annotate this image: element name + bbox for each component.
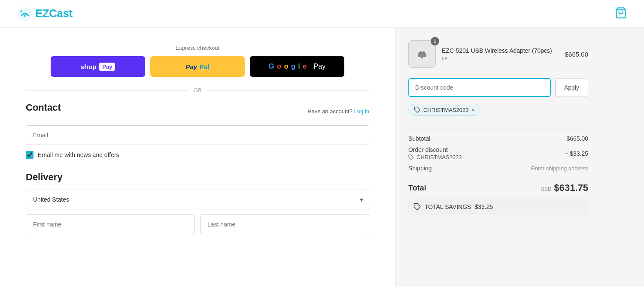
total-row: Total USD $631.75	[408, 182, 588, 193]
savings-label: TOTAL SAVINGS	[425, 203, 471, 210]
paypal-pal: Pal	[200, 63, 210, 70]
logo: e EZCast	[17, 6, 73, 21]
svg-text:e: e	[20, 9, 22, 13]
payment-buttons: shop Pay PayPal Google Pay	[26, 56, 369, 77]
last-name-input[interactable]	[200, 214, 369, 234]
svg-point-1	[24, 15, 26, 17]
shipping-label: Shipping	[408, 165, 432, 172]
discount-tag-icon	[408, 154, 414, 160]
shipping-row: Shipping Enter shipping address	[408, 165, 588, 172]
discount-code-input[interactable]	[408, 78, 551, 97]
logo-text: EZCast	[35, 7, 73, 20]
total-label: Total	[408, 184, 426, 193]
total-value: $631.75	[554, 182, 588, 193]
gpay-pay-text: Pay	[314, 63, 326, 70]
first-name-input[interactable]	[26, 214, 195, 234]
product-image-icon	[415, 47, 429, 61]
discount-value: − $33.25	[565, 150, 588, 157]
main-layout: Express checkout shop Pay PayPal Google …	[0, 27, 644, 287]
coupon-code-label: CHRISTMAS2023	[423, 107, 468, 113]
express-checkout-title: Express checkout	[26, 45, 369, 51]
express-checkout-section: Express checkout shop Pay PayPal Google …	[26, 45, 369, 77]
savings-tag-icon	[413, 203, 421, 211]
log-in-link[interactable]: Log in	[354, 108, 369, 115]
svg-rect-4	[418, 53, 426, 57]
product-price: $665.00	[565, 51, 588, 58]
shipping-value: Enter shipping address	[531, 165, 588, 172]
cart-icon	[615, 7, 627, 19]
cart-button[interactable]	[615, 7, 627, 20]
discount-code-applied-label: CHRISTMAS2023	[416, 154, 462, 160]
site-header: e EZCast	[0, 0, 644, 27]
quantity-badge: 1	[431, 37, 439, 45]
paypal-label: Pay	[185, 63, 197, 70]
newsletter-label[interactable]: Email me with news and offers	[38, 151, 119, 158]
subtotal-label: Subtotal	[408, 135, 430, 142]
or-divider: OR	[26, 87, 369, 94]
logo-icon: e	[17, 6, 33, 21]
svg-rect-5	[419, 51, 422, 53]
product-info: EZC-5201 USB Wireless Adapter (70pcs) us	[442, 47, 559, 61]
product-item: 1 EZC-5201 USB Wireless Adapter (70pcs) …	[408, 40, 588, 68]
product-name: EZC-5201 USB Wireless Adapter (70pcs)	[442, 47, 559, 54]
subtotal-row: Subtotal $665.00	[408, 135, 588, 142]
paypal-button[interactable]: PayPal	[150, 56, 245, 77]
svg-rect-7	[421, 57, 423, 58]
summary-divider	[408, 130, 588, 130]
discount-sub-label: CHRISTMAS2023	[408, 154, 462, 160]
contact-heading: Contact	[26, 102, 61, 113]
order-discount-label-col: Order discount CHRISTMAS2023	[408, 146, 462, 160]
total-divider	[408, 177, 588, 177]
coupon-remove-button[interactable]: ×	[471, 107, 475, 113]
first-name-group	[26, 214, 195, 234]
subtotal-value: $665.00	[566, 135, 588, 142]
savings-row: TOTAL SAVINGS $33.25	[408, 199, 588, 215]
tag-icon	[414, 106, 421, 113]
shop-pay-badge: Pay	[99, 63, 115, 71]
gpay-button[interactable]: Google Pay	[250, 56, 344, 77]
order-discount-row: Order discount CHRISTMAS2023 − $33.25	[408, 146, 588, 160]
order-discount-label: Order discount	[408, 146, 462, 153]
country-select-wrapper: United States ▾	[26, 190, 369, 209]
left-panel: Express checkout shop Pay PayPal Google …	[0, 27, 395, 287]
last-name-group	[200, 214, 369, 234]
coupon-tag: CHRISTMAS2023 ×	[408, 104, 480, 116]
svg-rect-6	[422, 51, 425, 53]
discount-row: Apply	[408, 78, 588, 97]
savings-value: $33.25	[474, 203, 493, 210]
country-select[interactable]: United States	[26, 190, 369, 209]
newsletter-checkbox[interactable]	[26, 151, 33, 159]
delivery-section: Delivery United States ▾	[26, 172, 369, 234]
total-currency: USD	[541, 186, 551, 192]
shop-pay-label: shop	[81, 63, 97, 70]
product-thumb-wrap: 1	[408, 40, 436, 68]
email-input[interactable]	[26, 125, 369, 145]
total-amount: USD $631.75	[541, 182, 588, 193]
contact-section: Contact Have an account? Log in Email me…	[26, 102, 369, 159]
newsletter-row: Email me with news and offers	[26, 151, 369, 159]
right-panel: 1 EZC-5201 USB Wireless Adapter (70pcs) …	[395, 27, 601, 287]
shop-pay-button[interactable]: shop Pay	[51, 56, 145, 77]
delivery-heading: Delivery	[26, 172, 369, 183]
product-region: us	[442, 55, 559, 61]
product-thumbnail	[408, 40, 436, 68]
contact-header: Contact Have an account? Log in	[26, 102, 369, 120]
name-row	[26, 214, 369, 234]
have-account-text: Have an account? Log in	[307, 108, 369, 115]
apply-button[interactable]: Apply	[555, 78, 588, 97]
